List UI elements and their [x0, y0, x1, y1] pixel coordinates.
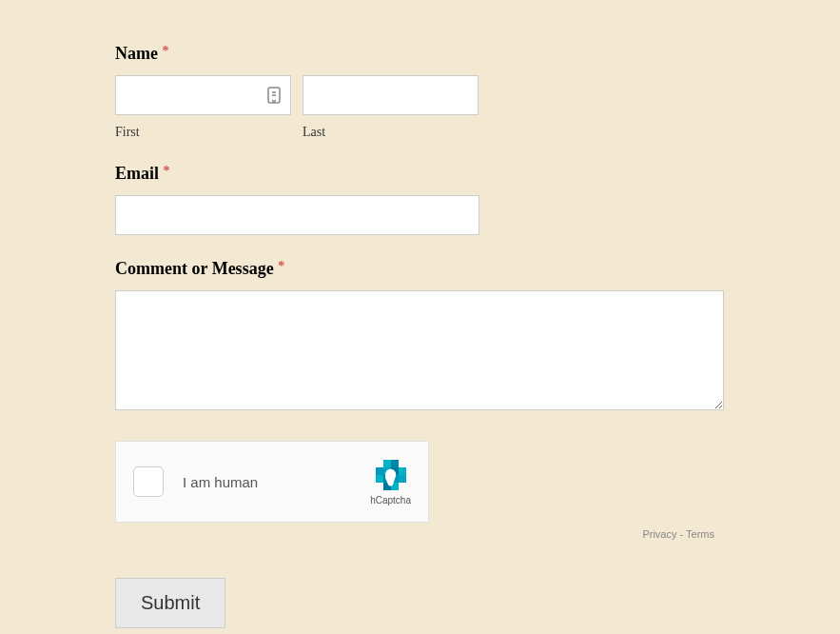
- message-textarea[interactable]: [115, 290, 724, 410]
- first-name-col: First: [115, 75, 291, 140]
- svg-rect-5: [376, 467, 383, 475]
- email-field-group: Email *: [115, 164, 726, 235]
- message-required: *: [278, 259, 284, 273]
- first-name-input[interactable]: [115, 75, 291, 115]
- name-required: *: [162, 44, 168, 58]
- captcha-brand-text: hCaptcha: [370, 495, 411, 505]
- name-field-group: Name * First: [115, 44, 726, 140]
- captcha-footer: Privacy - Terms: [115, 528, 714, 540]
- svg-rect-4: [391, 460, 399, 467]
- email-label-text: Email: [115, 164, 159, 183]
- name-row: First Last: [115, 75, 726, 140]
- submit-button[interactable]: Submit: [115, 578, 225, 628]
- captcha-checkbox[interactable]: [133, 466, 164, 497]
- email-label: Email *: [115, 164, 726, 184]
- first-name-input-wrapper: [115, 75, 291, 115]
- svg-rect-3: [383, 460, 391, 467]
- name-label: Name *: [115, 44, 726, 64]
- email-required: *: [164, 164, 170, 178]
- svg-rect-12: [399, 475, 406, 483]
- last-name-input[interactable]: [303, 75, 479, 115]
- captcha-text: I am human: [183, 474, 370, 490]
- captcha-privacy-link[interactable]: Privacy: [642, 528, 676, 540]
- captcha-sep: -: [676, 528, 686, 540]
- name-label-text: Name: [115, 44, 158, 63]
- email-input[interactable]: [115, 195, 479, 235]
- captcha-wrapper: I am human: [115, 441, 429, 540]
- message-field-group: Comment or Message *: [115, 259, 726, 414]
- hcaptcha-logo-icon: [374, 458, 408, 492]
- last-name-sublabel: Last: [303, 125, 479, 140]
- last-name-col: Last: [303, 75, 479, 140]
- first-name-sublabel: First: [115, 125, 291, 140]
- captcha-box: I am human: [115, 441, 429, 523]
- top-right-text: Update our lyrics: [739, 11, 825, 25]
- svg-rect-9: [376, 475, 383, 483]
- captcha-brand: hCaptcha: [370, 458, 411, 505]
- message-label: Comment or Message *: [115, 259, 726, 279]
- svg-rect-8: [399, 467, 406, 475]
- captcha-terms-link[interactable]: Terms: [686, 528, 714, 540]
- message-label-text: Comment or Message: [115, 259, 274, 278]
- contact-form: Name * First: [115, 44, 726, 628]
